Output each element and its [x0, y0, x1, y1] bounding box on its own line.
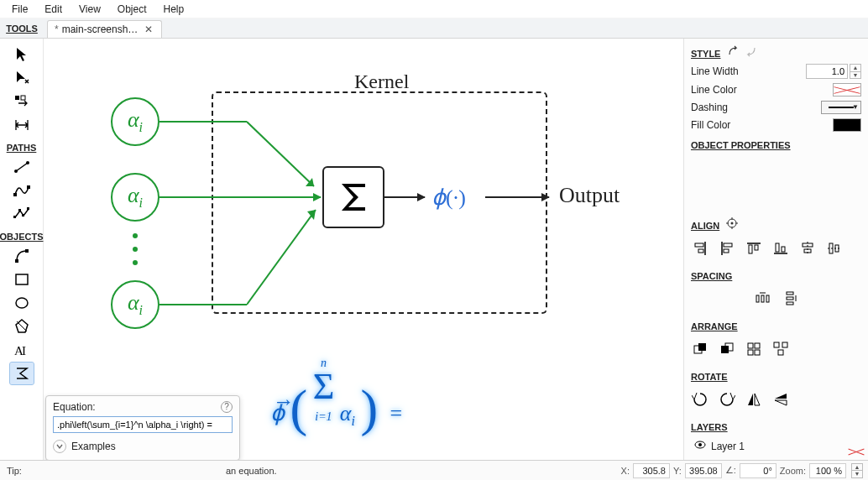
svg-rect-38	[787, 292, 793, 295]
bring-front-icon[interactable]	[691, 340, 709, 358]
tip-label: Tip:	[7, 466, 22, 476]
equation-examples-toggle-icon[interactable]	[53, 440, 66, 453]
dashing-select[interactable]: ▼	[821, 101, 861, 114]
svg-rect-6	[13, 216, 16, 218]
ellipse-tool-icon[interactable]	[10, 292, 34, 314]
tab-dirty-marker: *	[55, 23, 59, 35]
svg-rect-12	[16, 274, 28, 284]
menu-view[interactable]: View	[71, 0, 109, 18]
sigma-icon	[337, 180, 370, 214]
left-toolbar: PATHS OBJECTS AI	[0, 39, 44, 460]
style-paste-icon[interactable]	[745, 45, 757, 60]
top-strip: TOOLS * main-screensh… ✕	[0, 18, 868, 39]
svg-rect-44	[721, 346, 729, 353]
layer-visibility-icon[interactable]	[694, 439, 706, 453]
equation-help-icon[interactable]: ?	[221, 401, 233, 413]
layer-name: Layer 1	[711, 441, 745, 452]
text-tool-icon[interactable]: AI	[10, 339, 34, 361]
flip-h-icon[interactable]	[745, 390, 763, 409]
status-x-value[interactable]: 305.8	[633, 463, 670, 478]
svg-rect-35	[756, 295, 759, 302]
ungroup-icon[interactable]	[771, 340, 790, 358]
tab-close-icon[interactable]: ✕	[143, 23, 154, 35]
rectangle-tool-icon[interactable]	[10, 269, 34, 290]
svg-rect-40	[787, 302, 793, 305]
bezier-shape-tool-icon[interactable]	[10, 245, 34, 267]
line-color-label: Line Color	[691, 84, 737, 96]
equation-input[interactable]	[53, 416, 233, 433]
align-section-title: ALIGN	[691, 221, 719, 231]
align-hcenter-icon[interactable]	[798, 239, 817, 258]
edge-alphan-diag	[247, 205, 324, 307]
line-color-swatch[interactable]	[833, 83, 861, 97]
svg-rect-51	[778, 350, 783, 355]
alpha-ellipsis	[133, 233, 138, 265]
svg-rect-45	[748, 343, 753, 348]
pointer-tool-icon[interactable]	[10, 44, 34, 65]
shape-tool-icon[interactable]	[10, 316, 34, 337]
move-tool-icon[interactable]	[10, 91, 34, 112]
send-back-icon[interactable]	[718, 340, 736, 358]
equation-popup-title: Equation:	[53, 401, 96, 413]
fill-color-label: Fill Color	[691, 119, 730, 131]
status-zoom-label: Zoom:	[780, 466, 806, 476]
status-angle-label: ∠:	[725, 465, 736, 476]
zoom-stepper[interactable]: ▲▼	[851, 463, 863, 478]
align-top-icon[interactable]	[745, 239, 763, 258]
distribute-h-icon[interactable]	[754, 290, 772, 308]
phi-label: ϕ(·)	[431, 185, 466, 211]
distribute-v-icon[interactable]	[781, 290, 799, 308]
svg-rect-27	[749, 245, 752, 253]
tab-title: main-screensh…	[62, 23, 139, 35]
sum-node	[322, 166, 384, 228]
fill-color-swatch[interactable]	[833, 118, 861, 132]
dimension-tool-icon[interactable]	[10, 114, 34, 136]
tab-main-screenshot[interactable]: * main-screensh… ✕	[47, 20, 162, 38]
rotate-ccw-icon[interactable]	[718, 390, 736, 409]
status-angle-value[interactable]: 0°	[740, 463, 776, 478]
edge-alpha1-h	[159, 121, 247, 123]
equation-examples-label: Examples	[71, 441, 116, 452]
group-icon[interactable]	[745, 340, 763, 358]
node-edit-tool-icon[interactable]	[10, 67, 34, 89]
svg-rect-24	[698, 249, 703, 253]
menu-object[interactable]: Object	[109, 0, 155, 18]
alpha-node-2: αi	[111, 173, 159, 222]
align-vcenter-icon[interactable]	[825, 239, 844, 258]
svg-rect-42	[698, 343, 706, 351]
canvas[interactable]: Kernel αi αi αi ϕ(·) Output →ϕ ( n Σ	[44, 39, 683, 460]
status-x-label: X:	[621, 466, 630, 476]
spline-tool-icon[interactable]	[10, 180, 34, 201]
menu-file[interactable]: File	[3, 0, 36, 18]
equation-tool-icon[interactable]	[10, 363, 34, 384]
svg-rect-9	[27, 207, 29, 210]
style-copy-icon[interactable]	[727, 45, 739, 60]
line-width-input[interactable]	[806, 64, 848, 79]
menu-edit[interactable]: Edit	[36, 0, 71, 18]
big-formula[interactable]: →ϕ ( n Σ i=1 αi ) =	[270, 349, 402, 433]
menu-help[interactable]: Help	[155, 0, 193, 18]
status-zoom-value[interactable]: 100 %	[809, 463, 846, 478]
align-bottom-icon[interactable]	[771, 239, 790, 258]
rotate-cw-icon[interactable]	[691, 390, 709, 409]
align-right-icon[interactable]	[691, 239, 709, 258]
status-y-value[interactable]: 395.08	[685, 463, 722, 478]
align-left-icon[interactable]	[718, 239, 736, 258]
arrange-section-title: ARRANGE	[691, 321, 861, 331]
edge-alpha1-diag	[247, 121, 322, 191]
align-target-icon[interactable]	[726, 217, 738, 232]
tab-bar: * main-screensh… ✕	[47, 18, 162, 38]
polyline-tool-icon[interactable]	[10, 203, 34, 225]
edge-alpha2-h	[159, 196, 247, 198]
line-tool-icon[interactable]	[10, 156, 34, 178]
svg-rect-1	[21, 96, 25, 100]
svg-rect-46	[755, 343, 760, 348]
svg-point-2	[14, 170, 18, 173]
layer-row-0[interactable]: Layer 1	[691, 437, 861, 455]
edge-alphan-h	[159, 304, 247, 305]
no-color-swatch[interactable]	[848, 444, 865, 459]
flip-v-icon[interactable]	[771, 390, 790, 409]
edge-alpha2-arrow	[247, 196, 321, 198]
svg-rect-30	[782, 247, 785, 252]
line-width-stepper[interactable]: ▲▼	[850, 64, 861, 79]
